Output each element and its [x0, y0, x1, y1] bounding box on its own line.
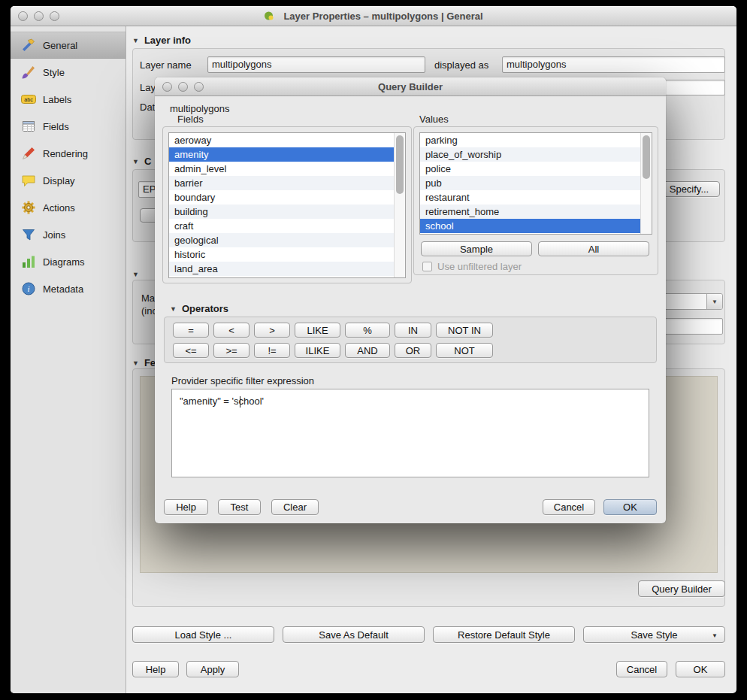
window-title: Layer Properties – multipolygons | Gener…	[11, 6, 736, 26]
table-icon	[21, 119, 36, 134]
paintbrush-icon	[21, 65, 36, 80]
sidebar: General Style abc Labels Fields Renderin…	[11, 26, 126, 693]
paint-icon	[21, 146, 36, 161]
cancel-button[interactable]: Cancel	[616, 661, 667, 677]
restore-default-style-button[interactable]: Restore Default Style	[433, 626, 575, 643]
filter-expression-textarea[interactable]: "amenity" = 'school'	[171, 389, 649, 477]
sidebar-item-label: Joins	[43, 229, 65, 241]
info-icon: i	[21, 281, 36, 296]
sidebar-item-fields[interactable]: Fields	[11, 113, 126, 140]
disclosure-triangle-icon: ▼	[170, 305, 177, 313]
save-style-menu-button[interactable]: Save Style▼	[583, 626, 725, 643]
dialog-help-button[interactable]: Help	[164, 499, 208, 515]
sidebar-item-label: Labels	[43, 94, 71, 105]
apply-button[interactable]: Apply	[186, 661, 239, 677]
operator-ilike-button[interactable]: ILIKE	[295, 343, 340, 358]
chevron-down-icon: ▼	[706, 294, 722, 309]
value-row[interactable]: police	[420, 162, 640, 176]
window-title-text: Layer Properties – multipolygons | Gener…	[283, 11, 482, 22]
fields-list: aeroway amenity admin_level barrier boun…	[168, 132, 406, 278]
sidebar-item-label: Metadata	[43, 283, 83, 295]
operators-section-header[interactable]: ▼Operators	[170, 303, 228, 314]
feature-subset-section-header[interactable]: ▼Fe	[132, 357, 156, 368]
operator-eq-button[interactable]: =	[173, 323, 209, 338]
displayed-as-input[interactable]: multipolygons	[502, 56, 725, 73]
field-row[interactable]: admin_level	[169, 162, 394, 176]
values-scrollbar[interactable]	[640, 133, 652, 234]
field-row-selected[interactable]: amenity	[169, 147, 394, 162]
specify-crs-button[interactable]: Specify...	[658, 181, 720, 197]
field-row[interactable]: land_area	[169, 262, 394, 276]
value-row[interactable]: place_of_worship	[420, 147, 640, 162]
operator-lt-button[interactable]: <	[213, 323, 250, 338]
operator-not-button[interactable]: NOT	[436, 343, 493, 358]
query-builder-button[interactable]: Query Builder	[638, 580, 725, 597]
sample-button[interactable]: Sample	[421, 241, 532, 256]
sidebar-item-label: General	[43, 40, 77, 51]
scrollbar-thumb[interactable]	[643, 135, 650, 179]
svg-text:abc: abc	[24, 97, 33, 102]
operator-like-button[interactable]: LIKE	[295, 323, 340, 338]
field-row[interactable]: building	[169, 205, 394, 219]
layer-info-section-title: Layer info	[144, 35, 191, 46]
field-row[interactable]: aeroway	[169, 133, 394, 147]
sidebar-item-label: Display	[43, 175, 75, 186]
field-row[interactable]: historic	[169, 247, 394, 262]
scrollbar-thumb[interactable]	[396, 135, 404, 194]
value-row[interactable]: restaurant	[420, 190, 640, 205]
sidebar-item-diagrams[interactable]: Diagrams	[11, 248, 126, 275]
dialog-ok-button[interactable]: OK	[603, 499, 657, 515]
field-row[interactable]: boundary	[169, 190, 394, 205]
value-row[interactable]: parking	[420, 133, 640, 147]
save-as-default-button[interactable]: Save As Default	[283, 626, 425, 643]
speech-bubble-icon	[21, 173, 36, 188]
value-row[interactable]: retirement_home	[420, 205, 640, 219]
help-button[interactable]: Help	[132, 661, 179, 677]
sidebar-item-display[interactable]: Display	[11, 167, 126, 194]
sidebar-item-style[interactable]: Style	[11, 59, 126, 86]
operator-gt-button[interactable]: >	[254, 323, 290, 338]
layer-name-label: Layer name	[140, 59, 192, 71]
field-row[interactable]: geological	[169, 233, 394, 247]
operator-le-button[interactable]: <=	[173, 343, 209, 358]
sidebar-item-label: Rendering	[43, 148, 88, 159]
sidebar-item-joins[interactable]: Joins	[11, 221, 126, 248]
layer-source-label: Lay	[140, 82, 156, 93]
operator-in-button[interactable]: IN	[395, 323, 431, 338]
layer-name-input[interactable]: multipolygons	[207, 56, 425, 73]
sidebar-item-general[interactable]: General	[11, 32, 126, 59]
operator-and-button[interactable]: AND	[345, 343, 390, 358]
load-style-button[interactable]: Load Style ...	[132, 626, 274, 643]
checkbox-icon[interactable]	[422, 262, 432, 271]
operator-not-in-button[interactable]: NOT IN	[436, 323, 493, 338]
field-row[interactable]: barrier	[169, 176, 394, 190]
all-button[interactable]: All	[538, 241, 649, 256]
operator-percent-button[interactable]: %	[345, 323, 390, 338]
ok-button[interactable]: OK	[676, 661, 725, 677]
disclosure-triangle-icon: ▼	[132, 37, 139, 44]
operator-ne-button[interactable]: !=	[254, 343, 290, 358]
sidebar-item-rendering[interactable]: Rendering	[11, 140, 126, 167]
operator-ge-button[interactable]: >=	[213, 343, 250, 358]
fields-scrollbar[interactable]	[394, 133, 405, 277]
sidebar-item-labels[interactable]: abc Labels	[11, 86, 126, 113]
window-titlebar[interactable]: Layer Properties – multipolygons | Gener…	[11, 6, 736, 26]
scale-section-header[interactable]: ▼	[132, 268, 144, 280]
disclosure-triangle-icon: ▼	[132, 359, 139, 367]
filter-expression-text: "amenity" = 'school'	[180, 395, 264, 407]
dialog-cancel-button[interactable]: Cancel	[543, 499, 595, 515]
sidebar-item-label: Fields	[43, 121, 69, 132]
crs-section-header[interactable]: ▼C	[132, 156, 151, 167]
dialog-titlebar[interactable]: Query Builder	[155, 77, 666, 96]
dialog-test-button[interactable]: Test	[218, 499, 261, 515]
sidebar-item-actions[interactable]: Actions	[11, 194, 126, 221]
dialog-clear-button[interactable]: Clear	[271, 499, 319, 515]
value-row[interactable]: pub	[420, 176, 640, 190]
operator-or-button[interactable]: OR	[395, 343, 431, 358]
value-row-selected[interactable]: school	[420, 219, 640, 233]
gear-icon	[21, 200, 36, 215]
sidebar-item-metadata[interactable]: i Metadata	[11, 275, 126, 302]
values-list: parking place_of_worship police pub rest…	[419, 132, 652, 235]
field-row[interactable]: craft	[169, 219, 394, 233]
layer-info-section-header[interactable]: ▼Layer info	[132, 35, 191, 46]
